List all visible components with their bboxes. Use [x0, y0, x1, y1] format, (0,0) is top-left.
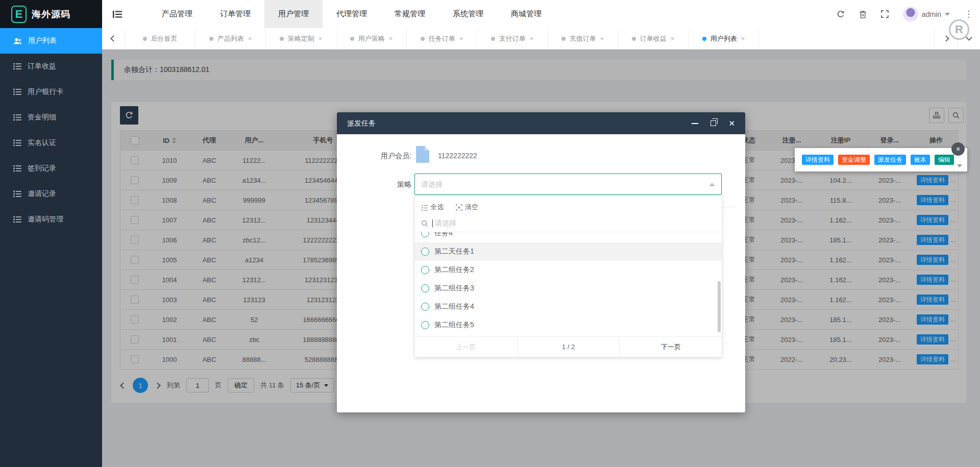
- tab-close-icon[interactable]: ×: [671, 35, 675, 42]
- dropdown-prev-button[interactable]: 上一页: [415, 337, 517, 357]
- dropdown-option[interactable]: 任务4: [415, 232, 722, 242]
- tab-close-icon[interactable]: ×: [600, 35, 604, 42]
- row-action-button[interactable]: 资金调整: [838, 155, 870, 165]
- clear-option[interactable]: 清空: [456, 203, 478, 212]
- sidebar-item[interactable]: 签到记录: [0, 156, 102, 181]
- strategy-select[interactable]: 请选择: [414, 174, 722, 195]
- tab-close-icon[interactable]: ×: [248, 35, 252, 42]
- dropdown-option[interactable]: 第二组任务2: [415, 261, 722, 279]
- page-tab[interactable]: 订单收益 ×: [618, 28, 689, 49]
- tabs-scroll-right[interactable]: [934, 28, 957, 49]
- option-label: 第二组任务5: [434, 321, 474, 330]
- list-icon: [13, 216, 21, 223]
- dropdown-option[interactable]: 第二组任务5: [415, 316, 722, 334]
- tabs-scroll-left[interactable]: [102, 28, 125, 49]
- dropdown-option[interactable]: 第二组任务3: [415, 279, 722, 298]
- tab-dot: [421, 37, 425, 41]
- sidebar-item-label: 资金明细: [28, 113, 56, 122]
- option-label: 第二天任务1: [434, 247, 474, 256]
- sidebar-item[interactable]: 用户银行卡: [0, 79, 102, 105]
- user-menu[interactable]: admin: [903, 7, 950, 22]
- tab-close-icon[interactable]: ×: [459, 35, 463, 42]
- dropdown-next-button[interactable]: 下一页: [620, 337, 722, 357]
- tab-close-icon[interactable]: ×: [318, 35, 323, 42]
- users-icon: [13, 37, 22, 45]
- sidebar-toggle-icon[interactable]: [102, 0, 133, 28]
- nav-menu-item[interactable]: 常规管理: [381, 0, 439, 28]
- collapse-caret-icon[interactable]: [957, 164, 962, 167]
- nav-menu-item[interactable]: 系统管理: [439, 0, 497, 28]
- nav-menu-item[interactable]: 代理管理: [323, 0, 381, 28]
- tab-close-icon[interactable]: ×: [389, 35, 393, 42]
- page-tab[interactable]: 充值订单 ×: [548, 28, 618, 49]
- page-tab[interactable]: 用户列表 ×: [689, 28, 759, 49]
- sidebar-item[interactable]: 邀请码管理: [0, 207, 102, 232]
- file-icon: [416, 146, 429, 163]
- page-tab[interactable]: 支付订单 ×: [477, 28, 548, 49]
- popup-close-button[interactable]: ×: [951, 142, 965, 156]
- option-label: 第二组任务3: [434, 284, 474, 293]
- sidebar-item-label: 用户列表: [28, 36, 57, 45]
- row-action-button[interactable]: 派发任务: [874, 155, 906, 165]
- sidebar-item[interactable]: 实名认证: [0, 130, 102, 156]
- brand-name: 海外源码: [32, 8, 70, 20]
- checklist-icon: [421, 204, 428, 211]
- page-tab[interactable]: 任务订单 ×: [407, 28, 477, 49]
- tab-dot: [280, 37, 284, 41]
- radio-icon: [421, 248, 429, 256]
- clear-box-icon: [456, 204, 462, 211]
- tab-label: 任务订单: [429, 34, 455, 43]
- page-tab[interactable]: 用户策略 ×: [336, 28, 407, 49]
- radio-icon: [421, 303, 429, 311]
- minimize-icon[interactable]: [692, 123, 698, 124]
- sidebar-item[interactable]: 资金明细: [0, 105, 102, 130]
- more-menu-icon[interactable]: ⋮: [964, 9, 973, 19]
- dropdown-option[interactable]: 第二天任务1: [415, 242, 722, 261]
- nav-menu-item[interactable]: 用户管理: [264, 0, 323, 28]
- avatar: [903, 7, 918, 22]
- maximize-icon[interactable]: [710, 120, 716, 126]
- row-action-button[interactable]: 详情资料: [802, 155, 834, 165]
- nav-menu-item[interactable]: 产品管理: [148, 0, 206, 28]
- nav-menu-item[interactable]: 订单管理: [206, 0, 264, 28]
- tab-close-icon[interactable]: ×: [741, 35, 745, 42]
- page-tab[interactable]: 后台首页 ×: [125, 28, 195, 49]
- member-label: 用户会员:: [355, 149, 411, 162]
- list-icon: [13, 165, 21, 172]
- tab-dot: [209, 37, 213, 41]
- trash-icon[interactable]: [859, 10, 867, 18]
- tab-label: 订单收益: [640, 34, 667, 43]
- dropdown-option[interactable]: 第二组任务4: [415, 298, 722, 316]
- select-placeholder: 请选择: [415, 174, 721, 194]
- dropdown-scrollbar[interactable]: [718, 281, 721, 332]
- close-icon[interactable]: ✕: [728, 119, 735, 127]
- dropdown-options: 任务4 第二天任务1 第二组任务2 第二组任务3 第二组任务4 第二组任务5: [415, 232, 722, 334]
- sidebar-item[interactable]: 用户列表: [0, 28, 102, 54]
- strategy-label: 策略: [355, 178, 411, 191]
- tab-label: 策略定制: [288, 34, 314, 43]
- dropdown-search-input[interactable]: 请选择: [415, 215, 722, 232]
- sidebar-item[interactable]: 邀请记录: [0, 181, 102, 207]
- tab-label: 充值订单: [570, 34, 596, 43]
- dispatch-task-modal: 派发任务 ✕ 用户会员: 1122222222 策略 请选择 全选 清空: [337, 112, 745, 412]
- nav-menu-item[interactable]: 商城管理: [497, 0, 555, 28]
- text-cursor: [432, 219, 433, 227]
- sidebar-item[interactable]: 订单收益: [0, 54, 102, 79]
- tab-label: 产品列表: [217, 34, 244, 43]
- search-icon: [421, 220, 428, 227]
- chevron-down-icon: [966, 34, 972, 41]
- tab-close-icon[interactable]: ×: [530, 35, 534, 42]
- modal-header: 派发任务 ✕: [337, 112, 745, 134]
- member-value: 1122222222: [438, 149, 477, 162]
- page-tab[interactable]: 产品列表 ×: [195, 28, 266, 49]
- radio-icon: [421, 284, 429, 292]
- page-tab[interactable]: 策略定制 ×: [266, 28, 336, 49]
- refresh-icon[interactable]: [837, 10, 845, 18]
- row-action-button[interactable]: 编辑: [935, 155, 954, 165]
- tab-dot: [143, 37, 147, 41]
- select-all-option[interactable]: 全选: [421, 203, 444, 212]
- fullscreen-icon[interactable]: [881, 10, 889, 18]
- tabs-dropdown[interactable]: [957, 28, 980, 49]
- row-action-button[interactable]: 账本: [911, 155, 930, 165]
- tab-bar: 后台首页 × 产品列表 × 策略定制 × 用户策略 × 任务订单 × 支付订单: [102, 28, 980, 50]
